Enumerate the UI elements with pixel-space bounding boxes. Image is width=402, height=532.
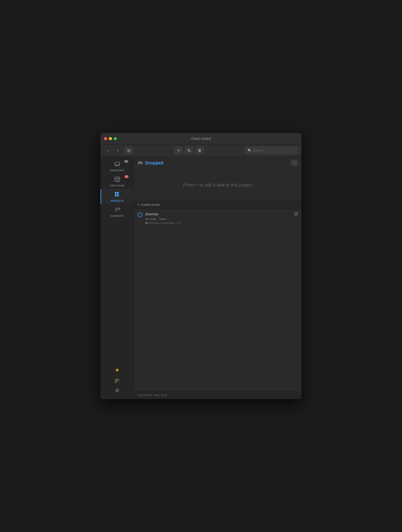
more-options-button[interactable]: ··· bbox=[291, 160, 298, 166]
svg-rect-7 bbox=[115, 196, 117, 197]
search-icon: 🔍 bbox=[248, 149, 251, 152]
task-name: Journey bbox=[145, 212, 292, 216]
task-due-date: due date: None bbox=[145, 217, 292, 221]
task-body: Journey due date: None 🎮 Игровые платфор… bbox=[145, 212, 292, 225]
task-check-icon: ✓ bbox=[138, 212, 142, 217]
svg-rect-5 bbox=[115, 194, 117, 196]
forward-icon: › bbox=[117, 149, 119, 152]
svg-rect-3 bbox=[115, 192, 117, 194]
completed-header[interactable]: ▾ COMPLETED bbox=[134, 201, 301, 209]
attachment-icon bbox=[294, 212, 298, 217]
content-area: 🎮 Dropped ··· Press + to add a task to t… bbox=[134, 157, 301, 399]
task-context: 🎮 Игровые платформы > PC bbox=[145, 222, 292, 225]
gear-icon: ⚙ bbox=[115, 388, 120, 393]
back-button[interactable]: ‹ bbox=[104, 146, 113, 154]
project-gamepad-icon: 🎮 bbox=[138, 160, 143, 165]
daily-plan-label: DAILY PLAN bbox=[110, 184, 124, 187]
back-icon: ‹ bbox=[108, 149, 109, 152]
sidebar-item-settings[interactable]: ⚙ bbox=[101, 386, 134, 396]
context-text: 🎮 Игровые платформы > PC bbox=[145, 222, 182, 225]
svg-rect-6 bbox=[117, 194, 119, 196]
sidebar-item-daily-plan[interactable]: 1 15 DAILY PLAN bbox=[101, 174, 134, 189]
inbox-icon bbox=[114, 161, 120, 168]
project-header: 🎮 Dropped ··· bbox=[134, 157, 301, 169]
add-button[interactable]: + bbox=[174, 146, 183, 154]
checkmark-icon: ✓ bbox=[139, 213, 141, 216]
search-box[interactable]: 🔍 Search bbox=[245, 146, 298, 154]
sidebar-item-learning[interactable]: 🎓 bbox=[101, 375, 134, 386]
delete-button[interactable]: 🗑 bbox=[195, 146, 204, 154]
scroll-area[interactable]: Press + to add a task to this project ▾ … bbox=[134, 169, 301, 391]
search-placeholder: Search bbox=[253, 149, 263, 152]
refresh-button[interactable]: ↻ bbox=[185, 146, 193, 154]
svg-rect-4 bbox=[117, 192, 119, 194]
empty-state: Press + to add a task to this project bbox=[134, 169, 301, 201]
sidebar-toggle-button[interactable]: ⊟ bbox=[124, 146, 133, 154]
toolbar-center: + ↻ 🗑 bbox=[174, 146, 204, 154]
close-button[interactable] bbox=[104, 137, 107, 140]
star-icon: ★ bbox=[115, 367, 120, 373]
empty-state-text: Press + to add a task to this project bbox=[183, 183, 252, 188]
daily-plan-badge: 1 bbox=[125, 175, 128, 178]
sidebar-bottom: ★ 🎓 ⚙ bbox=[101, 365, 134, 397]
project-title: Dropped bbox=[145, 160, 291, 165]
calendar-icon: 15 bbox=[114, 176, 120, 184]
minimize-button[interactable] bbox=[109, 137, 112, 140]
svg-text:15: 15 bbox=[116, 179, 119, 181]
completed-section: ▾ COMPLETED ✓ Journey due date: bbox=[134, 201, 301, 228]
chevron-down-icon: ▾ bbox=[138, 203, 139, 206]
status-text: Last synced: today 19:09 bbox=[138, 394, 167, 397]
projects-label: PROJECTS bbox=[111, 200, 124, 202]
toolbar: ‹ › ⊟ + ↻ 🗑 🔍 Search bbox=[101, 145, 301, 157]
due-date-label: due date: bbox=[145, 217, 157, 221]
sidebar-item-contexts[interactable]: CONTEXTS bbox=[101, 204, 134, 220]
chaos-box-label: CHAOS BOX bbox=[110, 169, 124, 172]
completed-label: COMPLETED bbox=[141, 203, 160, 207]
status-bar: Last synced: today 19:09 bbox=[134, 391, 301, 399]
sidebar-icon: ⊟ bbox=[128, 149, 130, 153]
task-item[interactable]: ✓ Journey due date: None 🎮 Игровые платф… bbox=[134, 209, 301, 228]
more-dots-icon: ··· bbox=[293, 161, 296, 165]
due-date-value: None bbox=[159, 217, 166, 221]
sidebar: 10 CHAOS BOX 1 15 bbox=[101, 157, 134, 399]
sidebar-item-favorites[interactable]: ★ bbox=[101, 365, 134, 375]
contexts-icon bbox=[114, 207, 120, 214]
trash-icon: 🗑 bbox=[198, 149, 201, 152]
forward-button[interactable]: › bbox=[114, 146, 122, 154]
toolbar-right: 🔍 Search bbox=[245, 146, 298, 154]
main-content: 10 CHAOS BOX 1 15 bbox=[101, 157, 301, 399]
graduation-icon: 🎓 bbox=[114, 378, 120, 383]
title-bar: Chaos Control bbox=[101, 133, 301, 145]
chaos-box-badge: 10 bbox=[124, 160, 128, 163]
main-window: Chaos Control ‹ › ⊟ + ↻ 🗑 🔍 bbox=[101, 133, 301, 399]
traffic-lights bbox=[104, 137, 117, 140]
contexts-label: CONTEXTS bbox=[111, 215, 123, 217]
refresh-icon: ↻ bbox=[188, 148, 191, 153]
sidebar-item-projects[interactable]: PROJECTS bbox=[101, 189, 134, 204]
nav-buttons: ‹ › bbox=[104, 146, 122, 154]
svg-rect-8 bbox=[117, 196, 119, 197]
projects-grid-icon bbox=[114, 191, 120, 199]
window-title: Chaos Control bbox=[191, 137, 211, 140]
sidebar-item-chaos-box[interactable]: 10 CHAOS BOX bbox=[101, 159, 134, 174]
maximize-button[interactable] bbox=[114, 137, 117, 140]
